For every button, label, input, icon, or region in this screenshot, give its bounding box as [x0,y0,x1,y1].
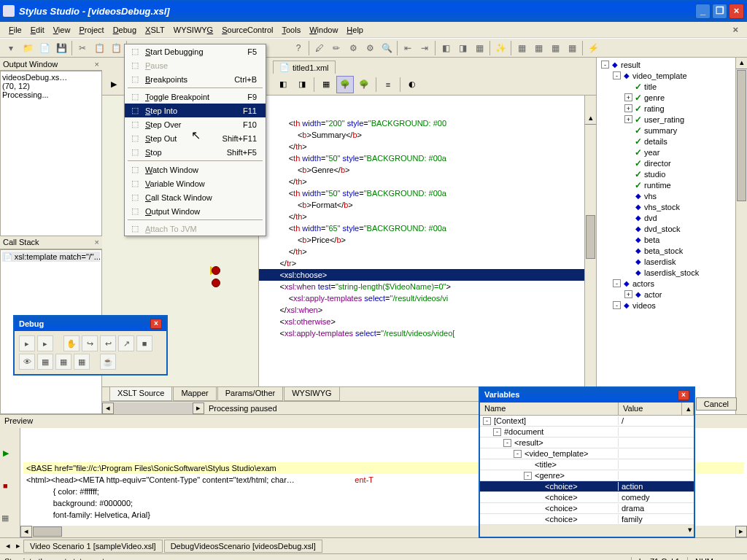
vertical-scrollbar[interactable]: ▴ [735,58,747,414]
code-line[interactable]: <xsl:otherwise> [259,316,596,327]
tool-icon[interactable]: ◨ [454,40,471,56]
find-icon[interactable]: 🔍 [379,40,395,56]
menu-item[interactable]: ⬚Call Stack Window [125,190,266,204]
variable-row[interactable]: -[Context]/ [480,416,694,427]
code-editor[interactable]: <th width="200" style="BACKGROUND: #00 <… [259,96,596,386]
tree-node[interactable]: +✓user_rating [597,114,747,125]
tree-node[interactable]: +◆actor [597,289,747,300]
variable-row[interactable]: -<result> [480,438,694,448]
menu-item[interactable]: ⬚Start DebuggingF5 [125,44,266,58]
code-line[interactable]: <b>Genre</b> [259,164,596,176]
code-line[interactable]: <b>Price</b> [259,234,596,246]
mdi-close-button[interactable]: × [728,24,743,35]
minimize-button[interactable]: _ [695,4,711,19]
variable-row[interactable]: <title> [480,459,694,470]
tool-icon[interactable]: 🌳 [355,76,373,93]
code-line[interactable]: </th> [259,176,596,187]
variable-row[interactable]: -<genre> [480,470,694,481]
menu-sourcecontrol[interactable]: SourceControl [217,25,277,35]
tab-nav-right-icon[interactable]: ▸ [13,541,23,551]
tool-icon[interactable]: ◨ [293,76,311,93]
tab-params[interactable]: Params/Other [217,387,283,401]
menu-item[interactable]: ⬚BreakpointsCtrl+B [125,72,266,86]
tool-icon[interactable]: 🖊 [311,40,328,56]
horizontal-scrollbar[interactable]: ◂ ▸ [102,402,204,414]
menu-edit[interactable]: Edit [26,25,49,35]
tool-icon[interactable]: ▶ [105,76,123,93]
close-icon[interactable]: × [678,390,689,400]
menu-item[interactable]: ⬚Step OutShift+F11 [125,131,266,145]
code-line[interactable]: <th width="200" style="BACKGROUND: #00 [259,117,596,129]
tree-node[interactable]: -◆result [597,59,747,70]
code-line[interactable]: <b>Format</b> [259,199,596,211]
file-tab[interactable]: 📄 titled1.xml [273,61,336,74]
save-icon[interactable]: 💾 [53,40,69,56]
tool-icon[interactable]: ? [290,40,306,56]
menu-item[interactable]: ⬚Watch Window [125,163,266,176]
tree-node[interactable]: ✓summary [597,125,747,136]
menu-project[interactable]: Project [74,25,108,35]
tree-node[interactable]: ✓runtime [597,179,747,190]
debug-tool-icon[interactable]: ■ [136,335,152,351]
menu-tools[interactable]: Tools [278,25,306,35]
tool-icon[interactable]: ✨ [492,40,508,56]
col-value[interactable]: Value [619,402,682,415]
tree-node[interactable]: ◆dvd [597,212,747,223]
debug-tool-icon[interactable]: ▦ [37,354,53,370]
variables-window[interactable]: Variables × Name Value ▴ -[Context]/-#do… [479,386,695,538]
col-name[interactable]: Name [480,402,619,415]
tool-icon[interactable]: ⇤ [400,40,416,56]
breakpoint-icon[interactable] [212,279,220,287]
tool-icon[interactable]: ▦ [547,40,563,56]
tree-node[interactable]: -◆actors [597,278,747,289]
tool-icon[interactable]: ⚙ [345,40,361,56]
menu-item[interactable]: ⬚Step OverF10 [125,117,266,131]
tool-icon[interactable]: 📁 [20,40,36,56]
tree-node[interactable]: ✓studio [597,168,747,179]
close-icon[interactable]: × [95,60,99,69]
debug-tool-icon[interactable]: ✋ [63,335,80,351]
call-stack-item[interactable]: 📄 xsl:template match="/"... [2,252,100,262]
tree-node[interactable]: +✓genre [597,92,747,103]
tree-node[interactable]: ◆vhs_stock [597,201,747,212]
tool-icon[interactable]: 📋 [108,40,124,56]
preview-tab[interactable]: DebugVideosScenario [videosDebug.xsl] [164,540,322,553]
tree-node[interactable]: ◆beta [597,234,747,245]
menu-window[interactable]: Window [305,25,342,35]
tool-icon[interactable]: ▦ [471,40,487,56]
tree-node[interactable]: -◆videos [597,300,747,311]
variable-row[interactable]: -<video_template> [480,448,694,459]
tab-xslt-source[interactable]: XSLT Source [109,387,172,401]
tool-icon[interactable]: ▦ [564,40,580,56]
close-button[interactable]: × [729,4,744,19]
tool-icon[interactable]: ≡ [379,76,397,93]
debug-tool-icon[interactable]: 👁 [19,354,35,370]
close-icon[interactable]: × [95,238,99,246]
debug-tool-icon[interactable]: ▸ [19,335,35,351]
tree-node[interactable]: -◆video_template [597,70,747,81]
debug-tool-icon[interactable]: ▦ [74,354,90,370]
code-line[interactable]: </th> [259,246,596,257]
menu-xslt[interactable]: XSLT [141,25,169,35]
vertical-scrollbar[interactable]: ▴ [584,96,596,386]
menu-file[interactable]: File [4,25,26,35]
menu-item[interactable]: ⬚Step IntoF11 [125,104,266,117]
tool-icon[interactable]: 📋 [91,40,107,56]
menu-item[interactable]: ⬚Variable Window [125,176,266,190]
breakpoint-icon[interactable] [212,266,220,275]
tool-icon[interactable]: ⚙ [362,40,378,56]
debug-tool-icon[interactable]: ☕ [100,354,116,370]
tree-node[interactable]: ◆dvd_stock [597,223,747,234]
debug-toolbar[interactable]: Debug × ▸ ▸ ✋ ↪ ↩ ↗ ■ 👁 ▦ ▦ ▦ ☕ [13,315,168,376]
tree-node[interactable]: ✓year [597,147,747,158]
scroll-up-icon[interactable]: ▴ [682,402,694,415]
tree-node[interactable]: ◆laserdisk_stock [597,267,747,278]
menu-wysiwyg[interactable]: WYSIWYG [169,25,217,35]
tree-node[interactable]: ✓details [597,136,747,147]
tool-icon[interactable]: ▾ [3,40,19,56]
tree-node[interactable]: ✓title [597,81,747,92]
preview-tab[interactable]: Video Scenario 1 [sampleVideo.xsl] [23,540,163,553]
variable-row[interactable]: <choice>action [480,481,694,492]
code-line[interactable]: </tr> [259,257,596,269]
variables-body[interactable]: -[Context]/-#document-<result>-<video_te… [480,416,694,525]
